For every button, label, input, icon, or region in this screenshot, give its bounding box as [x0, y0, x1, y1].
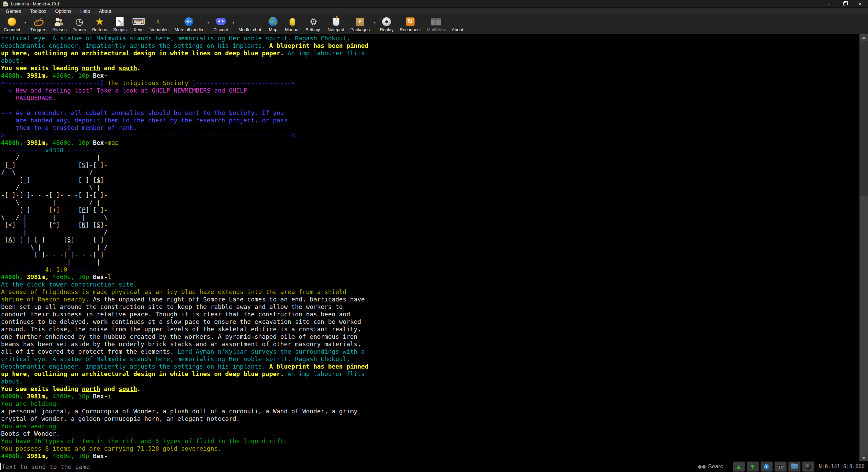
terminal-line [1, 102, 859, 109]
terminal-line: You see exits leading north and south. [1, 385, 859, 393]
terminal-line: crystal of wonder, a golden cornucopia h… [1, 415, 859, 422]
terminal-line: >--------------------------[ The Iniquit… [1, 79, 859, 87]
terminal-line: You are wearing: [1, 422, 859, 430]
toolbar-label: Scripts [113, 27, 127, 32]
toolbar-button-replay[interactable]: Replay [377, 16, 396, 32]
terminal-line: all of it covered to protect from the el… [1, 348, 859, 355]
minimize-button[interactable]: – [821, 0, 837, 7]
toolbar-label: Connect [4, 27, 20, 32]
terminal-line: 4480h, 3981m, 4860e, 10p Bex-i [1, 393, 859, 400]
toolbar-button-scripts[interactable]: ✎Scripts [110, 16, 130, 32]
restore-button[interactable] [837, 0, 852, 7]
terminal-line: been set up all around the construction … [1, 303, 859, 311]
stopwatch-icon: ◷ [75, 16, 83, 27]
terminal-line: 4480h, 3981m, 4860e, 10p Bex-l [1, 273, 859, 281]
triggers-icon [33, 17, 43, 27]
scrollbar-thumb[interactable] [860, 196, 868, 454]
terminal-line: around. This close, the noise from the u… [1, 326, 859, 333]
discord-icon [216, 18, 226, 25]
toolbar-button-triggers[interactable]: Triggers [27, 16, 49, 32]
terminal-line: [_] [ ] [$] [1, 176, 859, 184]
toolbar-button-notepad[interactable]: Notepad [324, 16, 347, 32]
terminal-line: Geochemantic engineer, impatiently adjus… [1, 363, 859, 370]
toolbar-label: Aliases [53, 27, 67, 32]
terminal-line: Boots of Wonder. [1, 430, 859, 437]
record-button[interactable] [802, 461, 814, 472]
info-icon: i [764, 464, 769, 470]
scrollbar[interactable] [859, 34, 868, 461]
terminal-line: are handed any, deposit them to the ches… [1, 117, 859, 124]
toolbar-button-variables[interactable]: X=Variables [147, 16, 172, 32]
toolbar-button-timers[interactable]: ◷Timers [70, 16, 89, 32]
toolbar-button-mudlet-chat[interactable]: Mudlet chat [235, 16, 264, 32]
terminal-line: shrine of Raezon nearby. As the unpaved … [1, 296, 859, 303]
terminal-text: critical eye. A statue of Malmydia stand… [0, 34, 859, 460]
scroll-up-button[interactable]: ▲ [733, 461, 745, 472]
toolbar-button-buttons[interactable]: ★Buttons [89, 16, 110, 32]
terminal-line: [A] [ ] [ ] [S] [ ] [1, 236, 859, 243]
terminal-line: --> As a reminder, all cobalt anomalies … [1, 109, 859, 117]
game-output[interactable]: critical eye. A statue of Malmydia stand… [0, 34, 859, 461]
mudlet-window: Lusternia - Mudlet 4.19.1 –✕ GamesToolbo… [0, 0, 868, 472]
menu-item-toolbox[interactable]: Toolbox [25, 8, 51, 15]
scrollbar-up-arrow-icon[interactable] [860, 34, 868, 41]
keyboard-icon: ⌨ [132, 16, 145, 27]
mute-speaker-icon: ✕ [184, 17, 193, 26]
toolbar-button-connect[interactable]: ⚡Connect [1, 16, 23, 32]
menu-item-games[interactable]: Games [1, 8, 25, 15]
toolbar-button-keys[interactable]: ⌨Keys [130, 16, 147, 32]
toolbar-button-aliases[interactable]: Aliases [50, 16, 70, 32]
record-icon [805, 464, 811, 470]
toolbar-button-settings[interactable]: ⚙Settings [302, 16, 324, 32]
search-input[interactable]: Searc… [698, 463, 729, 470]
scroll-down-button[interactable]: ▼ [747, 461, 759, 472]
toolbar-label: Replay [380, 27, 393, 32]
terminal-line: You see exits leading north and south. [1, 64, 859, 72]
scrollbar-down-arrow-icon[interactable] [860, 454, 868, 461]
terminal-line: [_] [+] [P] [ ]- [1, 206, 859, 214]
toolbar-button-reconnect[interactable]: ↻Reconnect [397, 16, 424, 32]
window-title: Lusternia - Mudlet 4.19.1 [11, 1, 60, 6]
terminal-line: them to a trusted member of rank. [1, 124, 859, 132]
toolbar-label: MultiView [427, 27, 446, 32]
dropdown-arrow-icon[interactable]: ▼ [206, 16, 210, 24]
terminal-line: critical eye. A statue of Malmydia stand… [1, 355, 859, 363]
toolbar-label: Keys [134, 27, 143, 32]
terminal-line: 4480h, 3981m, 4860e, 10p Bex- [1, 452, 859, 460]
connect-icon: ⚡ [7, 17, 16, 26]
toolbar-button-mute[interactable]: ✕Mute all media [172, 16, 206, 32]
info-button[interactable]: i [761, 461, 773, 472]
disc-icon [382, 17, 391, 26]
menu-bar: GamesToolboxOptionsHelpAbout [0, 7, 868, 15]
terminal-line: beams has been set aside by the orderly … [1, 340, 859, 348]
toolbar-label: Mudlet chat [238, 27, 261, 32]
toolbar-button-multiview[interactable]: MultiView [424, 16, 449, 32]
star-icon: ★ [95, 16, 104, 27]
terminal-line: continues to be delayed, work continues … [1, 318, 859, 326]
dropdown-arrow-icon[interactable]: ▼ [23, 16, 27, 24]
terminal-line: >---------------------------------------… [1, 132, 859, 139]
notepad-icon [333, 18, 339, 26]
terminal-line: \ / | | | \ [1, 214, 859, 221]
menu-item-about[interactable]: About [94, 8, 116, 15]
terminal-line: | / [1, 229, 859, 236]
toolbar-button-packages[interactable]: PPackages [347, 16, 373, 32]
dropdown-arrow-icon[interactable]: ▼ [373, 16, 376, 24]
menu-item-options[interactable]: Options [51, 8, 76, 15]
toolbar: ⚡Connect▼TriggersAliases◷Timers★Buttons✎… [0, 15, 868, 34]
scroll-up-icon: ▲ [737, 464, 741, 470]
close-button[interactable]: ✕ [852, 0, 868, 7]
command-input-placeholder: Text to send to the game [2, 463, 90, 470]
toolbar-button-manual[interactable]: Manual [282, 16, 302, 32]
terminal-line: MASQUERADE. [1, 94, 859, 102]
toolbar-button-map[interactable]: Map [264, 16, 282, 32]
menu-item-help[interactable]: Help [76, 8, 95, 15]
download-folder-button[interactable]: ↓ [788, 461, 801, 472]
toolbar-label: Timers [73, 27, 86, 32]
replay-cassette-button[interactable] [774, 461, 787, 472]
command-input[interactable]: Text to send to the game [0, 461, 698, 472]
latency-readout: N:0.141 S:0.000 [819, 464, 865, 470]
toolbar-button-about[interactable]: About [449, 16, 466, 32]
dropdown-arrow-icon[interactable]: ▼ [232, 16, 235, 24]
toolbar-button-discord[interactable]: Discord [210, 16, 231, 32]
